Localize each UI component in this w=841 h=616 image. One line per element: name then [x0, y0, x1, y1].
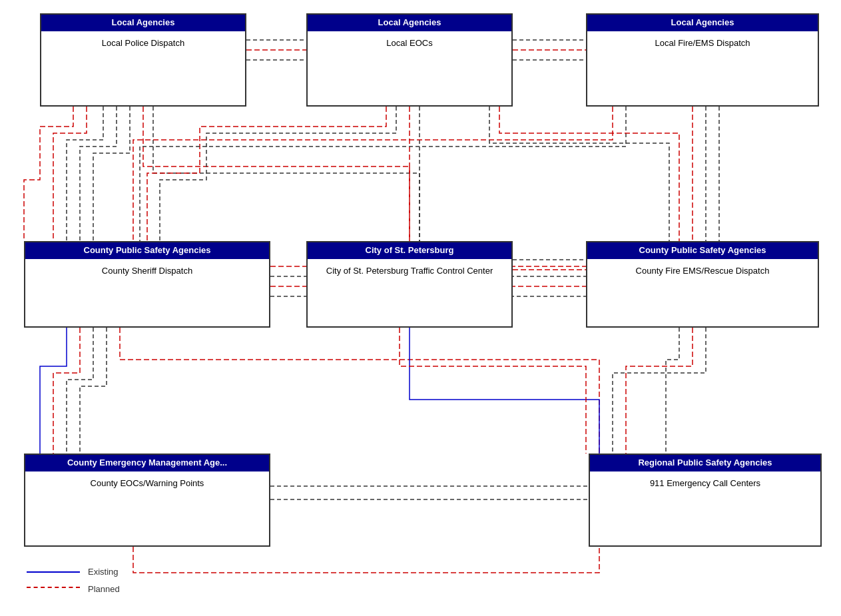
box-local-police: Local Agencies Local Police Dispatch	[40, 13, 246, 107]
box-local-fire-title: Local Fire/EMS Dispatch	[587, 31, 818, 85]
box-county-fire: County Public Safety Agencies County Fir…	[586, 241, 819, 328]
legend: Existing Planned	[27, 567, 120, 596]
box-local-fire-header: Local Agencies	[587, 15, 818, 31]
box-stpete-traffic: City of St. Petersburg City of St. Peter…	[306, 241, 513, 328]
box-local-eocs-title: Local EOCs	[308, 31, 511, 85]
box-county-sheriff: County Public Safety Agencies County She…	[24, 241, 270, 328]
box-stpete-traffic-header: City of St. Petersburg	[308, 242, 511, 259]
box-call-centers: Regional Public Safety Agencies 911 Emer…	[589, 454, 822, 547]
box-stpete-traffic-title: City of St. Petersburg Traffic Control C…	[308, 259, 511, 312]
legend-existing: Existing	[27, 567, 120, 577]
box-local-police-title: Local Police Dispatch	[41, 31, 245, 85]
box-local-police-header: Local Agencies	[41, 15, 245, 31]
box-local-eocs-header: Local Agencies	[308, 15, 511, 31]
box-county-fire-title: County Fire EMS/Rescue Dispatch	[587, 259, 818, 312]
box-county-sheriff-header: County Public Safety Agencies	[25, 242, 269, 259]
legend-planned: Planned	[27, 582, 120, 596]
box-county-sheriff-title: County Sheriff Dispatch	[25, 259, 269, 312]
legend-existing-line	[27, 567, 80, 577]
box-local-eocs: Local Agencies Local EOCs	[306, 13, 513, 107]
box-county-eocs-header: County Emergency Management Age...	[25, 455, 269, 471]
box-call-centers-header: Regional Public Safety Agencies	[590, 455, 820, 471]
box-county-fire-header: County Public Safety Agencies	[587, 242, 818, 259]
legend-planned-label: Planned	[88, 584, 120, 594]
box-county-eocs-title: County EOCs/Warning Points	[25, 471, 269, 525]
legend-existing-label: Existing	[88, 567, 119, 577]
box-call-centers-title: 911 Emergency Call Centers	[590, 471, 820, 525]
diagram-container: .line-red-dash { stroke: #CC0000; stroke…	[0, 0, 841, 616]
legend-planned-line	[27, 587, 80, 596]
box-local-fire: Local Agencies Local Fire/EMS Dispatch	[586, 13, 819, 107]
box-county-eocs: County Emergency Management Age... Count…	[24, 454, 270, 547]
